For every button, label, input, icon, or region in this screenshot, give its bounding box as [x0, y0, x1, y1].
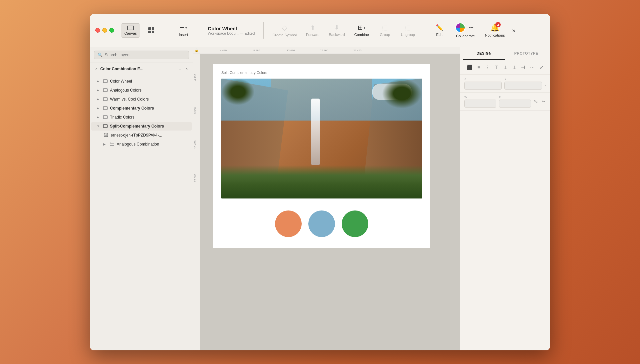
canvas-image[interactable] — [221, 79, 422, 198]
distribute-v-icon[interactable]: ⋯ — [528, 64, 537, 71]
layer-name: Split-Complementary Colors — [110, 124, 188, 129]
ruler-mark-v-3: 13.470 — [194, 141, 197, 149]
align-right-icon[interactable]: ⊣ — [519, 64, 527, 71]
ungroup-label: Ungroup — [401, 33, 415, 37]
layer-item-image[interactable]: 🖼 ernest-ojeh-rTpPZD9PAk4-... — [91, 131, 192, 140]
alignment-icons-row: ⬛ ≡ ⋮ ⊤ ⊥ ⊥ ⊣ ⋯ ⤢ — [460, 60, 550, 75]
layer-name: Warm vs. Cool Colors — [110, 97, 188, 102]
expand-button[interactable]: » — [511, 26, 517, 35]
canvas-frame[interactable]: Split-Complementary Colors — [213, 64, 430, 248]
close-button[interactable] — [95, 28, 100, 33]
trees-top-right — [382, 79, 422, 109]
edit-label: Edit — [436, 33, 442, 37]
layer-item-triadic[interactable]: ▶ Triadic Colors — [91, 113, 192, 122]
minimize-button[interactable] — [102, 28, 107, 33]
combine-chevron-icon: ▾ — [364, 26, 365, 30]
divider-4 — [424, 22, 424, 39]
group-button[interactable]: ⬚ Group — [375, 22, 395, 39]
svg-rect-4 — [103, 116, 107, 119]
tab-design[interactable]: DESIGN — [463, 47, 505, 60]
ruler-mark-h-4: 17.960 — [320, 49, 328, 52]
chevron-right-icon: ▶ — [97, 98, 101, 101]
tab-prototype[interactable]: PROTOTYPE — [505, 47, 548, 60]
canvas-viewport[interactable]: Split-Complementary Colors — [200, 54, 460, 350]
insert-label: Insert — [179, 33, 188, 37]
align-center-h-icon[interactable]: ≡ — [475, 64, 482, 71]
wh-input-row: W H ⤡ ↔ — [460, 93, 550, 111]
artboard-icon — [103, 115, 108, 119]
canvas-view-button[interactable]: Canvas — [121, 23, 140, 38]
xy-input-row: X Y ° — [460, 75, 550, 93]
divider — [168, 22, 168, 39]
layer-item-warm-cool[interactable]: ▶ Warm vs. Cool Colors — [91, 95, 192, 104]
collapse-icon[interactable]: ‹ — [94, 66, 98, 72]
layer-item-analog-combo[interactable]: ▶ Analogous Combination — [91, 140, 192, 149]
backward-label: Backward — [329, 33, 345, 37]
ruler-mark-v-2: 8.980 — [194, 107, 197, 114]
artboard-icon — [103, 97, 108, 101]
layer-item-split-comp[interactable]: ▼ Split-Complementary Colors — [91, 122, 192, 131]
h-label: H — [499, 95, 531, 99]
x-label: X — [464, 77, 502, 81]
w-input[interactable] — [464, 100, 496, 108]
group-folder-icon — [109, 142, 115, 146]
app-window: Canvas + ▾ Insert Color Wheel Workspace … — [90, 14, 550, 350]
color-circle-blue[interactable] — [308, 210, 335, 237]
layer-item-complementary[interactable]: ▶ Complementary Colors — [91, 104, 192, 113]
search-input-wrap[interactable]: 🔍 — [94, 51, 189, 59]
grid-view-button[interactable] — [146, 25, 157, 35]
edit-button[interactable]: ✏️ Edit — [429, 22, 449, 39]
layer-name: Analogous Colors — [110, 88, 188, 93]
ungroup-button[interactable]: ⬚ Ungroup — [398, 22, 418, 39]
insert-button[interactable]: + ▾ Insert — [173, 22, 193, 39]
create-symbol-button[interactable]: ◇ Create Symbol — [269, 22, 300, 39]
align-bottom-icon[interactable]: ⊥ — [510, 64, 518, 71]
add-page-icon[interactable]: + — [177, 66, 183, 72]
panel-tabs: DESIGN PROTOTYPE — [460, 47, 550, 60]
align-top-icon[interactable]: ⊤ — [492, 64, 500, 71]
distribute-icon[interactable]: ⋮ — [483, 64, 492, 71]
ungroup-icon: ⬚ — [405, 24, 411, 31]
ruler-mark-v-1: 4.490 — [194, 74, 197, 81]
align-left-icon[interactable]: ⬛ — [465, 64, 474, 71]
artboard-icon — [103, 88, 108, 92]
y-input[interactable] — [504, 82, 542, 90]
y-input-group: Y — [504, 77, 542, 90]
ruler-corner: 🔒 — [193, 47, 200, 54]
titlebar: Canvas + ▾ Insert Color Wheel Workspace … — [90, 14, 550, 47]
ruler-mark-h-5: 22.450 — [353, 49, 361, 52]
chevron-right-nav-icon[interactable]: › — [185, 66, 189, 72]
x-input[interactable] — [464, 82, 502, 90]
flip-icon[interactable]: ↔ — [541, 98, 546, 104]
color-circle-green[interactable] — [342, 210, 368, 237]
svg-rect-3 — [103, 107, 107, 110]
canvas-area[interactable]: 🔒 4.490 8.980 13.470 17.960 22.450 4.490… — [193, 47, 460, 350]
collaborate-label: Collaborate — [456, 34, 475, 38]
layers-list: ▶ Color Wheel ▶ Analogous Colors ▶ — [90, 75, 193, 350]
combine-button[interactable]: ⊞ ▾ Combine — [351, 22, 372, 39]
more-icon: ••• — [467, 24, 476, 32]
canvas-label: Canvas — [124, 31, 137, 35]
trees-top-left — [221, 79, 255, 105]
x-input-group: X — [464, 77, 502, 90]
layer-item-color-wheel[interactable]: ▶ Color Wheel — [91, 77, 192, 86]
notifications-button[interactable]: 🔔 2 Notifications — [482, 21, 508, 39]
forward-button[interactable]: ⬆ Forward — [303, 22, 323, 39]
document-title: Color Wheel — [208, 26, 237, 31]
maximize-button[interactable] — [109, 28, 114, 33]
color-circle-orange[interactable] — [275, 210, 302, 237]
chevron-down-icon: ▼ — [97, 125, 101, 128]
h-input-group: H — [499, 95, 531, 108]
w-input-group: W — [464, 95, 496, 108]
divider-3 — [263, 22, 264, 39]
align-center-v-icon[interactable]: ⊥ — [501, 64, 509, 71]
align-stretch-icon[interactable]: ⤢ — [538, 64, 546, 71]
backward-button[interactable]: ⬇ Backward — [325, 22, 348, 39]
collaborate-button[interactable]: ••• Collaborate — [452, 21, 479, 40]
collaborate-avatar — [455, 23, 465, 33]
ruler-horizontal: 4.490 8.980 13.470 17.960 22.450 — [200, 47, 460, 54]
h-input[interactable] — [499, 100, 531, 108]
search-input[interactable] — [105, 53, 185, 57]
layer-item-analogous[interactable]: ▶ Analogous Colors — [91, 86, 192, 95]
lock-ratio-icon[interactable]: ⤡ — [534, 98, 538, 105]
